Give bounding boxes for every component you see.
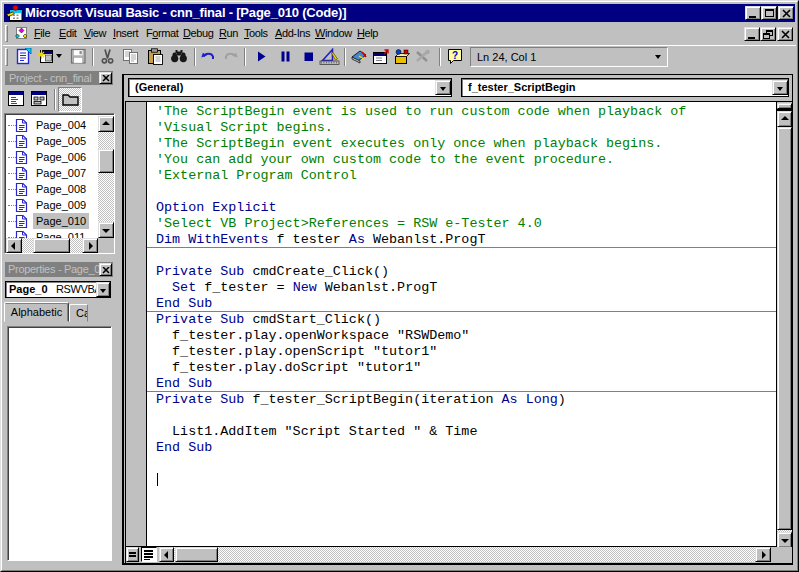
svg-text:?: ? — [452, 50, 458, 61]
